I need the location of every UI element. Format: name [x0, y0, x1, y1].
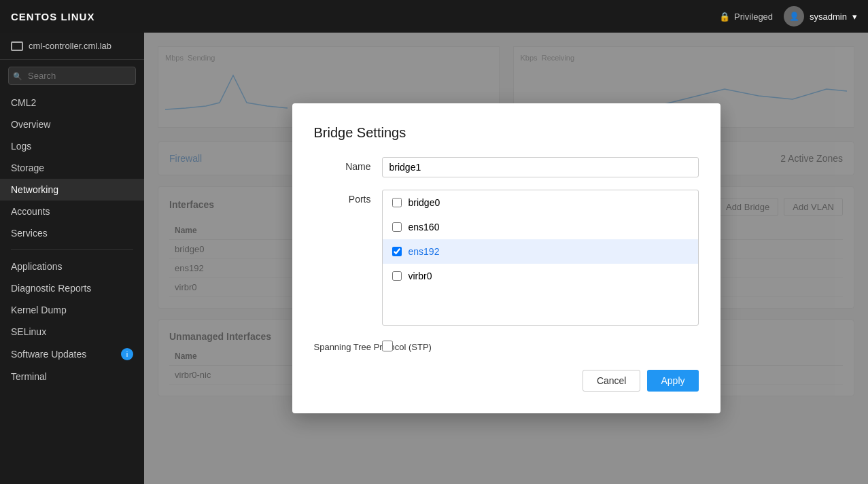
- sidebar: cml-controller.cml.lab CML2 Overview Log…: [0, 33, 144, 484]
- sidebar-item-applications-label: Applications: [11, 261, 63, 272]
- name-control: [382, 157, 699, 177]
- sidebar-item-storage[interactable]: Storage: [0, 157, 144, 179]
- sidebar-item-networking[interactable]: Networking: [0, 179, 144, 201]
- dialog-title: Bridge Settings: [314, 125, 699, 141]
- sidebar-item-services-label: Services: [11, 228, 48, 239]
- name-row: Name: [314, 157, 699, 177]
- ports-control: bridge0 ens160 ens192: [382, 190, 699, 326]
- ports-listbox[interactable]: bridge0 ens160 ens192: [382, 190, 699, 326]
- sidebar-item-software-updates-label: Software Updates: [11, 349, 86, 360]
- name-label: Name: [314, 157, 382, 172]
- ports-row: Ports bridge0 en: [314, 190, 699, 326]
- avatar: 👤: [784, 6, 804, 27]
- username-label: sysadmin: [810, 12, 847, 22]
- sidebar-item-software-updates[interactable]: Software Updates i: [0, 343, 144, 366]
- sidebar-item-overview-label: Overview: [11, 119, 50, 130]
- port-checkbox-virbr0[interactable]: [392, 271, 402, 281]
- sidebar-item-cml2-label: CML2: [11, 97, 36, 108]
- privileged-indicator: 🔒 Privileged: [719, 12, 773, 22]
- sidebar-search-wrap: [0, 60, 144, 92]
- stp-row: Spanning Tree Protocol (STP): [314, 338, 699, 353]
- port-label-bridge0: bridge0: [409, 197, 440, 208]
- port-item-ens160[interactable]: ens160: [383, 215, 698, 239]
- sidebar-item-selinux-label: SELinux: [11, 326, 46, 337]
- apply-button[interactable]: Apply: [647, 370, 698, 392]
- port-item-virbr0[interactable]: virbr0: [383, 264, 698, 288]
- sidebar-item-accounts[interactable]: Accounts: [0, 201, 144, 222]
- dropdown-icon: ▾: [852, 12, 857, 22]
- sidebar-item-accounts-label: Accounts: [11, 206, 50, 217]
- lock-icon: 🔒: [719, 12, 730, 22]
- port-label-ens160: ens160: [409, 222, 440, 232]
- sidebar-item-kernel-dump-label: Kernel Dump: [11, 305, 67, 315]
- sidebar-item-cml2[interactable]: CML2: [0, 92, 144, 114]
- sidebar-item-logs-label: Logs: [11, 141, 31, 152]
- layout: cml-controller.cml.lab CML2 Overview Log…: [0, 33, 868, 484]
- stp-label: Spanning Tree Protocol (STP): [314, 338, 382, 352]
- dialog-footer: Cancel Apply: [314, 370, 699, 392]
- user-menu[interactable]: 👤 sysadmin ▾: [784, 6, 857, 27]
- sidebar-host-label: cml-controller.cml.lab: [29, 41, 111, 51]
- sidebar-item-diagnostic-reports-label: Diagnostic Reports: [11, 283, 91, 294]
- sidebar-item-terminal[interactable]: Terminal: [0, 366, 144, 387]
- sidebar-item-overview[interactable]: Overview: [0, 114, 144, 135]
- topbar-right: 🔒 Privileged 👤 sysadmin ▾: [719, 6, 857, 27]
- sidebar-divider: [11, 249, 133, 250]
- sidebar-nav: CML2 Overview Logs Storage Networking Ac…: [0, 92, 144, 484]
- cancel-button[interactable]: Cancel: [583, 370, 641, 392]
- search-field-wrap: [8, 67, 136, 85]
- app-logo: CENTOS LINUX: [11, 11, 94, 22]
- ports-list: bridge0 ens160 ens192: [383, 190, 698, 288]
- avatar-icon: 👤: [789, 12, 799, 21]
- main-content: Mbps Sending Kbps Receiving: [144, 33, 868, 484]
- host-icon: [11, 41, 23, 51]
- sidebar-item-diagnostic-reports[interactable]: Diagnostic Reports: [0, 277, 144, 299]
- search-input[interactable]: [8, 67, 136, 85]
- sidebar-item-terminal-label: Terminal: [11, 371, 47, 382]
- port-checkbox-ens192[interactable]: [392, 247, 402, 256]
- bridge-settings-dialog: Bridge Settings Name Ports: [292, 103, 721, 413]
- sidebar-item-logs[interactable]: Logs: [0, 135, 144, 157]
- port-item-bridge0[interactable]: bridge0: [383, 190, 698, 215]
- privileged-label: Privileged: [734, 12, 773, 22]
- port-label-virbr0: virbr0: [409, 271, 432, 281]
- sidebar-item-applications[interactable]: Applications: [0, 256, 144, 277]
- bridge-name-input[interactable]: [382, 157, 699, 177]
- port-label-ens192: ens192: [409, 246, 440, 257]
- modal-overlay: Bridge Settings Name Ports: [144, 33, 868, 484]
- topbar: CENTOS LINUX 🔒 Privileged 👤 sysadmin ▾: [0, 0, 868, 33]
- software-updates-badge: i: [121, 348, 133, 360]
- dialog-form: Name Ports: [314, 157, 699, 353]
- software-updates-row: Software Updates i: [11, 348, 133, 360]
- sidebar-item-kernel-dump[interactable]: Kernel Dump: [0, 299, 144, 321]
- sidebar-item-selinux[interactable]: SELinux: [0, 321, 144, 343]
- sidebar-item-services[interactable]: Services: [0, 222, 144, 244]
- ports-label: Ports: [314, 190, 382, 205]
- sidebar-host: cml-controller.cml.lab: [0, 33, 144, 60]
- stp-checkbox[interactable]: [382, 341, 393, 351]
- port-checkbox-ens160[interactable]: [392, 222, 402, 232]
- port-checkbox-bridge0[interactable]: [392, 198, 402, 207]
- stp-control: [382, 338, 699, 353]
- port-item-ens192[interactable]: ens192: [383, 239, 698, 264]
- sidebar-item-storage-label: Storage: [11, 162, 44, 173]
- sidebar-item-networking-label: Networking: [11, 184, 58, 195]
